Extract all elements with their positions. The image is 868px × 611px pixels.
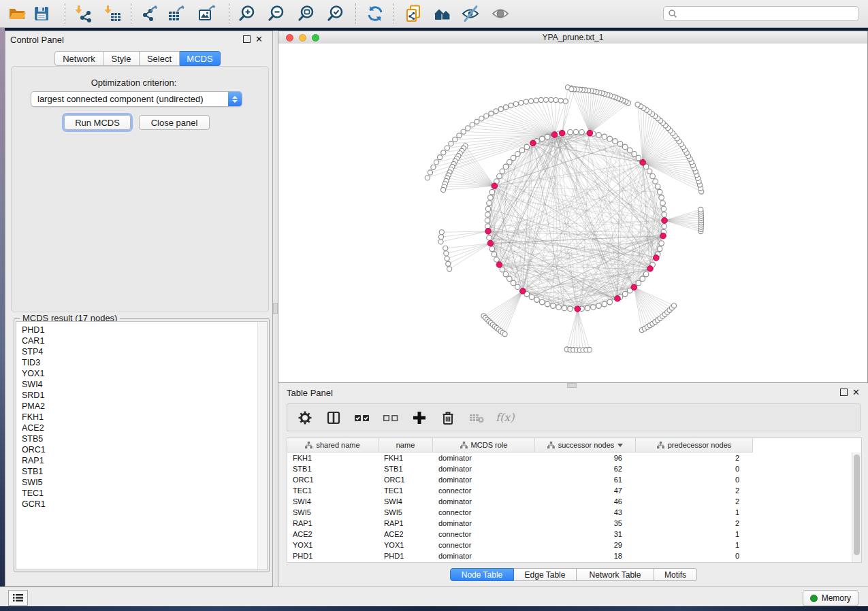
table-cell[interactable]: 2 [636, 518, 753, 529]
search-input[interactable] [677, 8, 858, 19]
table-row[interactable]: ACE2ACE2connector311 [287, 529, 852, 540]
mcds-result-item[interactable]: PMA2 [16, 401, 257, 412]
column-header-predecessor-nodes[interactable]: predecessor nodes [636, 438, 753, 452]
table-row[interactable]: YOX1YOX1connector291 [287, 540, 852, 550]
network-view[interactable] [278, 44, 867, 382]
mcds-result-item[interactable]: ORC1 [16, 444, 257, 455]
open-file-icon[interactable] [7, 4, 27, 23]
mcds-result-item[interactable]: STP4 [16, 346, 257, 357]
table-cell[interactable]: dominator [433, 496, 535, 507]
float-window-icon[interactable] [840, 389, 848, 396]
clone-network-icon[interactable] [403, 4, 423, 23]
column-selector-icon[interactable] [324, 408, 343, 427]
tab-node-table[interactable]: Node Table [450, 568, 514, 581]
mcds-result-item[interactable]: GCR1 [16, 499, 257, 510]
mcds-result-item[interactable]: STB1 [16, 466, 257, 477]
table-cell[interactable]: STB1 [287, 463, 379, 474]
table-cell[interactable]: 62 [535, 463, 636, 474]
table-cell[interactable]: connector [433, 540, 535, 550]
mcds-result-item[interactable]: SWI5 [16, 477, 257, 488]
network-canvas[interactable] [278, 44, 867, 382]
mcds-result-item[interactable]: RAP1 [16, 455, 257, 466]
mcds-list-scrollbar[interactable] [257, 322, 267, 569]
table-cell[interactable]: SWI5 [287, 507, 379, 518]
task-history-button[interactable] [8, 590, 28, 606]
table-cell[interactable]: PHD1 [379, 550, 433, 561]
table-cell[interactable]: 35 [535, 518, 636, 529]
table-cell[interactable]: 0 [636, 550, 753, 561]
hide-graphics-details-icon[interactable] [460, 4, 481, 23]
table-row[interactable]: FKH1FKH1dominator962 [287, 452, 852, 463]
mcds-result-item[interactable]: SWI4 [16, 379, 257, 390]
table-cell[interactable]: ORC1 [379, 474, 433, 485]
table-cell[interactable]: 31 [535, 529, 636, 540]
column-header-successor-nodes[interactable]: successor nodes [535, 438, 636, 452]
mcds-result-item[interactable]: YOX1 [16, 368, 257, 379]
table-cell[interactable]: dominator [433, 474, 535, 485]
table-cell[interactable]: FKH1 [287, 452, 379, 463]
close-panel-icon[interactable]: ✕ [852, 389, 860, 395]
table-cell[interactable]: PHD1 [287, 550, 379, 561]
table-cell[interactable]: ACE2 [379, 529, 433, 540]
table-row[interactable]: SWI5SWI5connector431 [287, 507, 852, 518]
table-cell[interactable]: STB1 [379, 463, 433, 474]
table-cell[interactable]: TEC1 [379, 485, 433, 496]
show-graphics-details-icon[interactable] [490, 4, 511, 23]
table-cell[interactable]: YOX1 [379, 540, 433, 550]
splitter-grip[interactable] [273, 303, 278, 314]
table-cell[interactable]: YOX1 [287, 540, 379, 550]
select-all-columns-icon[interactable] [353, 408, 372, 427]
scrollbar-thumb[interactable] [854, 455, 860, 555]
zoom-fit-icon[interactable] [296, 4, 317, 23]
table-row[interactable]: STB1STB1dominator620 [287, 463, 852, 474]
tab-mcds[interactable]: MCDS [180, 51, 221, 66]
mcds-result-item[interactable]: ACE2 [16, 423, 257, 433]
table-row[interactable]: TEC1TEC1connector472 [287, 485, 852, 496]
mcds-result-item[interactable]: STB5 [16, 433, 257, 444]
run-mcds-button[interactable]: Run MCDS [64, 115, 131, 130]
table-cell[interactable]: SWI4 [379, 496, 433, 507]
tab-motifs[interactable]: Motifs [654, 568, 697, 581]
table-cell[interactable]: ACE2 [287, 529, 379, 540]
table-cell[interactable]: 46 [535, 496, 636, 507]
import-network-icon[interactable] [74, 4, 94, 23]
table-cell[interactable]: RAP1 [287, 518, 379, 529]
table-cell[interactable]: 96 [535, 452, 636, 463]
add-column-icon[interactable] [410, 408, 429, 427]
table-cell[interactable]: 47 [535, 485, 636, 496]
table-row[interactable]: ORC1ORC1dominator610 [287, 474, 852, 485]
table-cell[interactable]: 61 [535, 474, 636, 485]
table-scrollbar[interactable] [852, 452, 861, 562]
refresh-icon[interactable] [365, 4, 385, 23]
table-cell[interactable]: ORC1 [287, 474, 379, 485]
table-cell[interactable]: RAP1 [379, 518, 433, 529]
horizontal-splitter-grip[interactable] [567, 383, 577, 388]
tab-select[interactable]: Select [140, 51, 180, 66]
table-cell[interactable]: SWI5 [379, 507, 433, 518]
mcds-result-list[interactable]: PHD1CAR1STP4TID3YOX1SWI4SRD1PMA2FKH1ACE2… [16, 321, 268, 570]
zoom-out-icon[interactable] [266, 4, 287, 23]
mcds-result-item[interactable]: TEC1 [16, 488, 257, 499]
search-field[interactable] [663, 6, 859, 21]
export-image-icon[interactable] [197, 4, 217, 23]
mcds-result-item[interactable]: CAR1 [16, 335, 257, 346]
delete-column-icon[interactable] [438, 408, 457, 427]
mcds-result-item[interactable]: FKH1 [16, 412, 257, 423]
table-cell[interactable]: 2 [636, 496, 753, 507]
tab-style[interactable]: Style [103, 51, 140, 66]
close-panel-button[interactable]: Close panel [139, 115, 210, 130]
table-cell[interactable]: dominator [433, 550, 535, 561]
table-cell[interactable]: TEC1 [287, 485, 379, 496]
table-cell[interactable]: 0 [636, 463, 753, 474]
save-session-icon[interactable] [31, 4, 52, 23]
table-cell[interactable]: connector [433, 507, 535, 518]
network-overview-icon[interactable] [433, 4, 453, 23]
unselect-all-columns-icon[interactable] [381, 408, 400, 427]
table-cell[interactable]: 0 [636, 474, 753, 485]
mcds-result-item[interactable]: SRD1 [16, 390, 257, 401]
table-cell[interactable]: SWI4 [287, 496, 379, 507]
table-cell[interactable]: 29 [535, 540, 636, 550]
table-cell[interactable]: connector [433, 529, 535, 540]
vertical-splitter[interactable] [273, 31, 278, 587]
column-header-MCDS-role[interactable]: MCDS role [433, 438, 535, 452]
